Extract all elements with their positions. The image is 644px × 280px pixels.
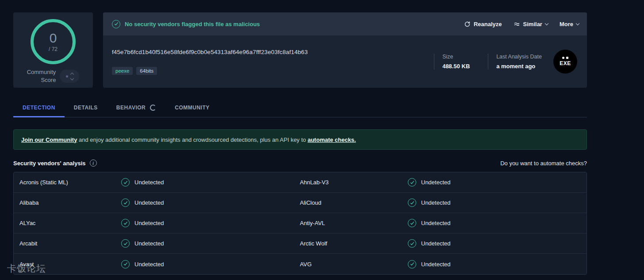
community-score-footer: Community Score	[27, 68, 80, 84]
verdict-text: No security vendors flagged this file as…	[125, 21, 260, 27]
status-label: Undetected	[421, 179, 451, 186]
status-label: Undetected	[421, 261, 451, 268]
vote-up-icon[interactable]	[70, 72, 74, 76]
report-header-section: 0 / 72 Community Score	[13, 12, 587, 88]
file-identity: f45e7b6fcd1b40f516e58fde6f9c0b0e54313af6…	[112, 49, 308, 75]
vendor-name: AhnLab-V3	[300, 179, 408, 186]
vendors-analysis-header: Security vendors' analysis i Do you want…	[13, 159, 587, 167]
file-size-block: Size 488.50 KB	[434, 54, 478, 70]
tab-behavior[interactable]: BEHAVIOR	[107, 98, 165, 117]
status-cell: Undetected	[121, 260, 300, 268]
vendors-table: Acronis (Static ML) Undetected AhnLab-V3…	[13, 172, 587, 275]
tag-peexe[interactable]: peexe	[112, 67, 133, 75]
vendor-name: AliCloud	[300, 199, 408, 206]
size-value: 488.50 KB	[442, 63, 478, 70]
vendors-analysis-title: Security vendors' analysis	[13, 160, 86, 167]
table-row: Alibaba Undetected AliCloud Undetected	[14, 193, 586, 213]
similar-button[interactable]: Similar	[514, 21, 548, 27]
chevron-down-icon	[545, 21, 548, 25]
reanalyze-button[interactable]: Reanalyze	[464, 21, 502, 27]
check-circle-icon	[121, 260, 130, 268]
detection-score-circle: 0 / 72	[31, 19, 76, 64]
more-button[interactable]: More	[560, 21, 579, 27]
exe-badge-text: EXE	[560, 60, 571, 66]
community-score-card: 0 / 72 Community Score	[13, 12, 93, 88]
table-row: ALYac Undetected Antiy-AVL Undetected	[14, 213, 586, 233]
detections-count: 0	[50, 31, 57, 45]
check-circle-icon	[112, 20, 120, 28]
file-tags: peexe 64bits	[112, 67, 308, 75]
check-circle-icon	[121, 198, 130, 207]
more-label: More	[560, 21, 573, 27]
tag-64bits[interactable]: 64bits	[136, 67, 157, 75]
community-vote-stepper[interactable]	[60, 70, 79, 83]
vendor-name: Acronis (Static ML)	[19, 179, 121, 186]
vendor-name: AVG	[300, 261, 408, 268]
check-circle-icon	[408, 198, 416, 207]
status-cell: Undetected	[408, 198, 586, 207]
table-row: Acronis (Static ML) Undetected AhnLab-V3…	[14, 172, 586, 193]
automate-checks-link[interactable]: automate checks.	[307, 136, 356, 143]
check-circle-icon	[121, 239, 130, 248]
verdict-message: No security vendors flagged this file as…	[112, 20, 260, 28]
vendor-name: ALYac	[19, 220, 121, 226]
status-label: Undetected	[134, 240, 164, 247]
status-label: Undetected	[134, 199, 164, 206]
vendor-name: Arcabit	[19, 240, 121, 247]
status-cell: Undetected	[121, 178, 300, 187]
status-cell: Undetected	[121, 219, 300, 227]
table-row: Arcabit Undetected Arctic Wolf Undetecte…	[14, 233, 586, 254]
check-circle-icon	[408, 178, 416, 187]
tab-detection[interactable]: DETECTION	[13, 98, 65, 117]
vendor-name: Avast	[19, 261, 121, 268]
report-tabs: DETECTION DETAILS BEHAVIOR COMMUNITY	[13, 98, 587, 117]
main-container: 0 / 72 Community Score	[13, 0, 587, 275]
status-cell: Undetected	[408, 239, 586, 248]
similarity-icon	[514, 21, 520, 27]
check-circle-icon	[121, 178, 130, 187]
community-score-label-line1: Community	[27, 69, 56, 75]
vote-down-icon[interactable]	[70, 76, 74, 80]
file-meta: Size 488.50 KB Last Analysis Date a mome…	[424, 50, 577, 74]
table-row: Avast Undetected AVG Undetected	[14, 254, 586, 274]
detections-total: / 72	[49, 46, 58, 52]
join-community-link[interactable]: Join our Community	[21, 136, 77, 143]
status-label: Undetected	[134, 220, 164, 226]
status-label: Undetected	[421, 199, 451, 206]
loading-spinner-icon	[150, 105, 156, 111]
vendor-name: Alibaba	[19, 199, 121, 206]
tab-details-label: DETAILS	[74, 105, 98, 111]
info-icon[interactable]: i	[90, 159, 97, 167]
check-circle-icon	[121, 219, 130, 227]
reanalyze-label: Reanalyze	[474, 21, 502, 27]
vote-chevrons	[71, 73, 73, 80]
tab-community-label: COMMUNITY	[175, 105, 210, 111]
banner-text: and enjoy additional community insights …	[77, 136, 307, 143]
last-analysis-label: Last Analysis Date	[496, 54, 542, 60]
tab-details[interactable]: DETAILS	[65, 98, 107, 117]
status-cell: Undetected	[408, 219, 586, 227]
refresh-icon	[464, 21, 471, 27]
file-summary-card: No security vendors flagged this file as…	[103, 12, 587, 88]
size-label: Size	[442, 54, 478, 60]
check-circle-icon	[408, 219, 416, 227]
status-cell: Undetected	[408, 178, 586, 187]
community-score-label-line2: Score	[41, 77, 56, 83]
file-details-row: f45e7b6fcd1b40f516e58fde6f9c0b0e54313af6…	[103, 35, 587, 88]
vendor-name: Antiy-AVL	[300, 220, 408, 226]
status-cell: Undetected	[408, 260, 586, 268]
chevron-down-icon	[576, 21, 579, 25]
community-promo-banner: Join our Community and enjoy additional …	[13, 129, 587, 150]
last-analysis-value: a moment ago	[496, 63, 542, 70]
automate-question: Do you want to automate checks?	[500, 160, 587, 167]
header-actions: Reanalyze Similar More	[464, 21, 579, 27]
status-cell: Undetected	[121, 198, 300, 207]
tab-community[interactable]: COMMUNITY	[165, 98, 219, 117]
similar-label: Similar	[523, 21, 542, 27]
vote-dot-icon	[66, 75, 68, 78]
check-circle-icon	[408, 239, 416, 248]
last-analysis-block: Last Analysis Date a moment ago	[488, 54, 542, 70]
status-label: Undetected	[421, 240, 451, 247]
vendor-name: Arctic Wolf	[300, 240, 408, 247]
verdict-bar: No security vendors flagged this file as…	[103, 12, 587, 35]
